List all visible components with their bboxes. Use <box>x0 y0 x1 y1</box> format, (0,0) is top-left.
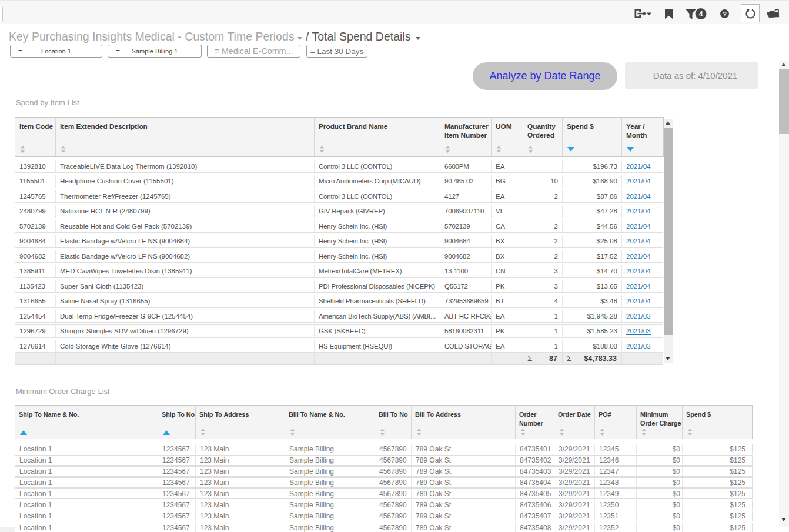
svg-text:4: 4 <box>699 10 703 18</box>
svg-text:?: ? <box>723 11 727 18</box>
